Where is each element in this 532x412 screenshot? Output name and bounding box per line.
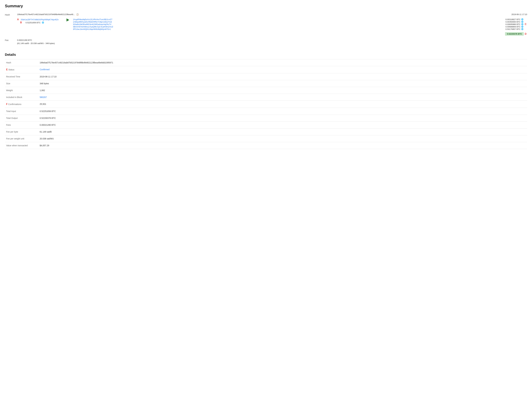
arrow-icon (63, 18, 73, 21)
output-address-4[interactable]: 3FGJec1bmNQih1AbpHtNfz6bjNKjm87Gr1 (73, 28, 111, 30)
details-row-0: Hash196eba07f176e457c48216ab87b52197848f… (5, 59, 527, 66)
details-label-5: Included in Block (5, 94, 38, 101)
tx-input-amount-row: B 0.52251656 BTC 🌐 (20, 21, 63, 24)
transaction-flow: A 33drUaJDF7H7xMb3UPhjzNWqK7rkju4tZn B 0… (17, 17, 527, 37)
status-confirmed-badge: Confirmed (40, 68, 49, 71)
details-label-3: Size (5, 80, 38, 87)
details-label-1: EStatus (5, 66, 38, 73)
tx-total-badge: 0.52230376 BTC (505, 32, 524, 36)
details-label-6: FConfirmations (5, 101, 38, 108)
output-row-2: 3Gta6s2b63Ke68Z4m61NfGwfoqcHqGfo7V 0.006… (73, 23, 523, 26)
output-amount-4: 0.50176857 BTC 🌐 (505, 28, 523, 30)
details-value-2: 2019-06-11 17:10 (38, 73, 527, 80)
output-rows-container: 1AupRNbu8qEeXx12LVRxXeJ7um3BJLrnZ7 0.003… (73, 18, 523, 30)
hash-value: 196eba07f176e457c48216ab87b52197848f8b4f… (17, 13, 511, 16)
output-address-0[interactable]: 1AupRNbu8qEeXx12LVRxXeJ7um3BJLrnZ7 (73, 18, 112, 21)
details-row-10: Fee per byte61.149 sat/B (5, 128, 527, 135)
details-title: Details (5, 53, 527, 57)
globe-icon-out-1[interactable]: 🌐 (521, 21, 523, 23)
output-address-1[interactable]: 1ABxjoM6XywDLRkbDHfNvYn6jcUxEiyYmd (73, 21, 112, 23)
annotation-F: F (6, 103, 8, 105)
input-address[interactable]: 33drUaJDF7H7xMb3UPhjzNWqK7rkju4tZn (21, 18, 59, 21)
globe-icon-out-3[interactable]: 🌐 (521, 26, 523, 28)
globe-icon-out-0[interactable]: 🌐 (521, 18, 523, 21)
annotation-C: C (525, 23, 526, 26)
output-row-3: 3BAXA6YotAWouuTyaQMrJ1jC4uaKWnZnUZ 0.006… (73, 26, 523, 28)
tx-output-side: 1AupRNbu8qEeXx12LVRxXeJ7um3BJLrnZ7 0.003… (73, 18, 527, 36)
output-row-4: 3FGJec1bmNQih1AbpHtNfz6bjNKjm87Gr1 0.501… (73, 28, 523, 30)
details-label-0: Hash (5, 59, 38, 66)
details-row-5: Included in Block580267 (5, 94, 527, 101)
details-row-1: EStatusConfirmed (5, 66, 527, 73)
fee-content: 0.00021280 BTC (61.149 sat/B - 20.038 sa… (17, 39, 55, 45)
input-amount: 0.52251656 BTC (26, 21, 41, 24)
fee-detail: (61.149 sat/B - 20.038 sat/WU - 348 byte… (17, 42, 55, 45)
details-row-3: Size348 bytes (5, 80, 527, 87)
details-label-8: Total Output (5, 115, 38, 121)
arrow-right-shape (66, 18, 69, 21)
details-value-6: 25,501 (38, 101, 527, 108)
copy-icon[interactable]: 📋 (76, 13, 79, 16)
details-section: Details Hash196eba07f176e457c48216ab87b5… (5, 53, 527, 149)
summary-section: Summary Hash 196eba07f176e457c48216ab87b… (5, 4, 527, 47)
fee-row: Fee 0.00021280 BTC (61.149 sat/B - 20.03… (5, 37, 527, 47)
fee-label: Fee (5, 39, 17, 41)
tx-input-row: A 33drUaJDF7H7xMb3UPhjzNWqK7rkju4tZn (17, 18, 63, 21)
details-value-0: 196eba07f176e457c48216ab87b52197848f8b4f… (38, 59, 527, 66)
annotation-E: E (6, 68, 8, 71)
output-amount-0: 0.00318827 BTC 🌐 (505, 18, 523, 21)
output-amount-1: 0.00350000 BTC 🌐 (505, 21, 523, 23)
details-label-4: Weight (5, 87, 38, 94)
block-link[interactable]: 580267 (40, 96, 47, 98)
output-address-3[interactable]: 3BAXA6YotAWouuTyaQMrJ1jC4uaKWnZnUZ (73, 26, 113, 28)
details-label-10: Fee per byte (5, 128, 38, 135)
details-row-4: Weight1,062 (5, 87, 527, 94)
details-label-11: Fee per weight unit (5, 135, 38, 142)
output-amount-2: 0.00695886 BTC 🌐 (505, 23, 523, 26)
details-value-10: 61.149 sat/B (38, 128, 527, 135)
annotation-D: D (525, 33, 526, 35)
details-value-4: 1,062 (38, 87, 527, 94)
details-label-2: Received Time (5, 73, 38, 80)
details-row-6: FConfirmations25,501 (5, 101, 527, 108)
total-output-value: 0.52230376 BTC (507, 33, 522, 35)
details-row-2: Received Time2019-06-11 17:10 (5, 73, 527, 80)
details-value-12: $4,057.29 (38, 142, 527, 149)
details-row-12: Value when transacted$4,057.29 (5, 142, 527, 149)
details-row-7: Total Input0.52251656 BTC (5, 108, 527, 115)
details-label-7: Total Input (5, 108, 38, 115)
details-value-11: 20.038 sat/WU (38, 135, 527, 142)
output-row-1: 1ABxjoM6XywDLRkbDHfNvYn6jcUxEiyYmd 0.003… (73, 21, 523, 23)
details-value-3: 348 bytes (38, 80, 527, 87)
details-row-9: Fees0.00021280 BTC (5, 121, 527, 128)
details-value-5: 580267 (38, 94, 527, 101)
summary-title: Summary (5, 4, 527, 8)
globe-icon-out-4[interactable]: 🌐 (521, 28, 523, 30)
details-row-8: Total Output0.52230376 BTC (5, 115, 527, 121)
details-value-8: 0.52230376 BTC (38, 115, 527, 121)
hash-row: Hash 196eba07f176e457c48216ab87b52197848… (5, 12, 527, 17)
output-row-0: 1AupRNbu8qEeXx12LVRxXeJ7um3BJLrnZ7 0.003… (73, 18, 523, 21)
fee-value: 0.00021280 BTC (17, 39, 55, 42)
details-value-9: 0.00021280 BTC (38, 121, 527, 128)
annotation-B: B (20, 21, 22, 24)
globe-icon-input[interactable]: 🌐 (42, 21, 44, 24)
output-address-2[interactable]: 3Gta6s2b63Ke68Z4m61NfGwfoqcHqGfo7V (73, 23, 111, 26)
details-value-1: Confirmed (38, 66, 527, 73)
details-label-9: Fees (5, 121, 38, 128)
tx-input-side: A 33drUaJDF7H7xMb3UPhjzNWqK7rkju4tZn B 0… (17, 18, 63, 24)
details-table: Hash196eba07f176e457c48216ab87b52197848f… (5, 59, 527, 149)
hash-label: Hash (5, 13, 17, 16)
transaction-date: 2019-06-11 17:10 (511, 13, 527, 16)
details-value-7: 0.52251656 BTC (38, 108, 527, 115)
annotation-A: A (17, 18, 19, 21)
tx-total-box: 0.52230376 BTC D (73, 32, 527, 36)
output-amount-3: 0.00688806 BTC 🌐 (505, 26, 523, 28)
details-row-11: Fee per weight unit20.038 sat/WU (5, 135, 527, 142)
details-label-12: Value when transacted (5, 142, 38, 149)
globe-icon-out-2[interactable]: 🌐 (521, 23, 523, 26)
